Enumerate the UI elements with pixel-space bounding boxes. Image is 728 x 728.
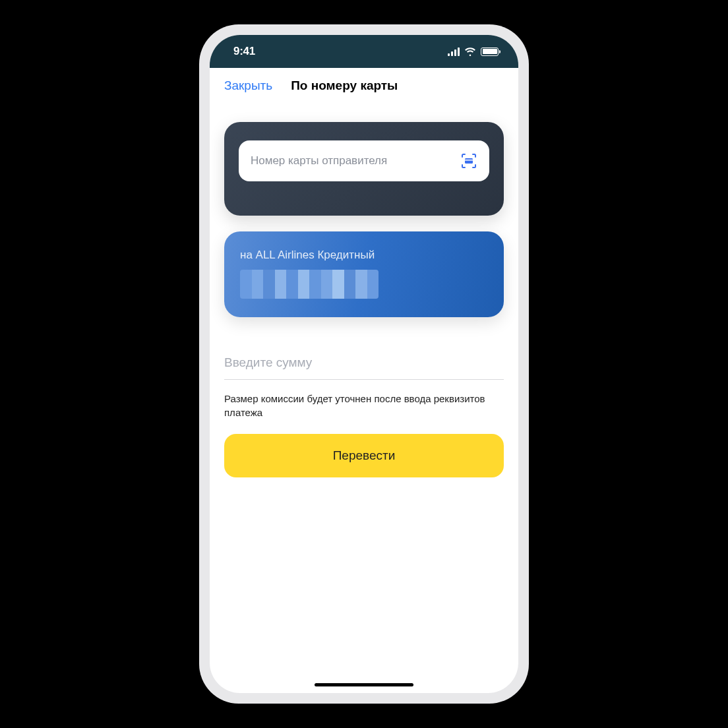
content: на ALL Airlines Кредитный [210, 104, 518, 693]
status-bar: 9:41 [210, 35, 518, 68]
transfer-button[interactable]: Перевести [224, 434, 504, 477]
scan-card-icon[interactable] [460, 152, 477, 169]
screen: 9:41 Закрыть По номеру карты [210, 35, 518, 693]
amount-input[interactable] [224, 355, 504, 380]
amount-section: Размер комиссии будет уточнен после ввод… [224, 355, 504, 477]
phone-frame: 9:41 Закрыть По номеру карты [199, 24, 529, 704]
recipient-card-label: на ALL Airlines Кредитный [240, 249, 488, 262]
svg-rect-1 [465, 160, 473, 161]
sender-card-number-input[interactable] [251, 154, 452, 167]
svg-rect-0 [465, 158, 473, 164]
recipient-card[interactable]: на ALL Airlines Кредитный [224, 231, 504, 317]
close-button[interactable]: Закрыть [224, 78, 272, 93]
card-input-wrap [239, 140, 489, 181]
obscured-card-number [240, 270, 379, 299]
page-title: По номеру карты [291, 78, 398, 93]
wifi-icon [464, 47, 476, 56]
commission-note: Размер комиссии будет уточнен после ввод… [224, 392, 504, 419]
signal-icon [448, 47, 460, 56]
sender-card [224, 122, 504, 216]
battery-icon [481, 47, 499, 56]
status-time: 9:41 [233, 45, 255, 58]
home-indicator[interactable] [315, 683, 413, 686]
nav-bar: Закрыть По номеру карты [210, 68, 518, 104]
status-icons [448, 47, 499, 56]
